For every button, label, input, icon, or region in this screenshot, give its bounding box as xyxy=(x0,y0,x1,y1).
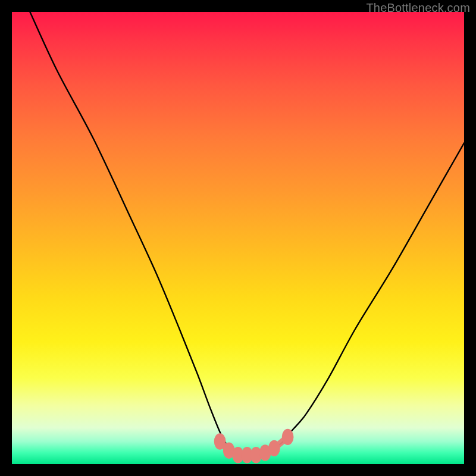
bottom-marker-strip xyxy=(214,429,294,464)
chart-frame: TheBottleneck.com xyxy=(0,0,476,476)
plot-area xyxy=(12,12,464,464)
marker-dot xyxy=(282,429,294,445)
marker-dot xyxy=(268,440,280,456)
bottleneck-curve-line xyxy=(30,12,464,455)
chart-svg xyxy=(12,12,464,464)
